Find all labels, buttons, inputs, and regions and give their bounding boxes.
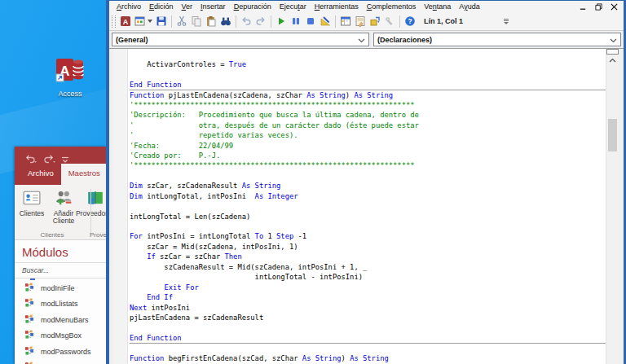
menu-ejecutar[interactable]: Ejecutar	[276, 2, 311, 11]
menu-herramientas[interactable]: Herramientas	[311, 2, 363, 11]
object-combo[interactable]: (General)	[112, 33, 369, 46]
project-explorer-icon[interactable]	[339, 15, 352, 28]
redo-icon[interactable]	[254, 15, 267, 28]
code-editor[interactable]: ActivarControles = True End FunctionFunc…	[128, 49, 606, 364]
object-combo-value: (General)	[116, 36, 148, 44]
toolbar-overflow-handle[interactable]	[504, 19, 509, 24]
restore-icon[interactable]	[595, 3, 602, 11]
scrollbar-thumb[interactable]	[608, 119, 617, 151]
code-line: intLongTotal - intPosIni)	[130, 272, 606, 282]
module-list-item[interactable]: modMsgBox	[15, 328, 106, 344]
object-browser-icon[interactable]	[368, 15, 381, 28]
menu-insertar[interactable]: Insertar	[196, 2, 230, 11]
toolbox-icon[interactable]	[383, 15, 396, 28]
vbe-window: ArchivoEdiciónVerInsertarDepuraciónEjecu…	[106, 0, 626, 364]
properties-window-icon[interactable]	[354, 15, 367, 28]
code-line: Exit For	[130, 283, 606, 292]
undo-icon[interactable]	[24, 152, 37, 162]
vbe-toolbar: A?Lín 1, Col 1	[109, 12, 624, 31]
module-name: modIniFile	[41, 284, 75, 292]
mdi-window-controls	[580, 3, 624, 11]
menu-ver[interactable]: Ver	[178, 2, 197, 11]
scroll-up-arrow[interactable]	[606, 55, 619, 66]
module-icon	[24, 314, 34, 326]
module-name: modMsgBox	[41, 331, 82, 340]
menu-edición[interactable]: Edición	[145, 2, 178, 11]
nav-pane-search-input[interactable]: Buscar...	[15, 263, 106, 278]
help-icon[interactable]: ?	[403, 15, 417, 28]
code-line: If szCar = szChar Then	[130, 252, 606, 261]
code-line: End Function	[130, 333, 606, 343]
access-desktop-shortcut[interactable]: A Access	[47, 58, 93, 98]
copy-icon[interactable]	[190, 15, 203, 28]
nav-pane-title[interactable]: Módulos	[15, 240, 106, 263]
ribbon-group-label-clientes: Clientes	[15, 231, 90, 239]
toolbar-grip[interactable]	[112, 15, 116, 28]
module-list-item[interactable]: modLlistats	[15, 296, 106, 313]
cut-icon[interactable]	[175, 15, 188, 28]
partial-module-icon-sliver	[30, 278, 35, 280]
minimize-icon[interactable]	[580, 3, 587, 11]
ribbon-button-proveedores[interactable]: Proveedores	[81, 189, 106, 226]
procedure-combo-value: (Declaraciones)	[377, 36, 432, 44]
code-line: intLongTotal = Len(szCadena)	[130, 212, 606, 221]
save-icon[interactable]	[155, 15, 168, 28]
chevron-down-icon	[610, 37, 617, 45]
tab-archivo[interactable]: Archivo	[20, 164, 61, 185]
code-line: Next intPosIni	[130, 303, 606, 313]
undo-icon[interactable]	[240, 15, 253, 28]
ribbon-button-label: Añadir Cliente	[49, 210, 78, 226]
toolbar-separator	[335, 15, 336, 28]
code-window-header: (General) (Declaraciones)	[109, 31, 624, 48]
customize-qat-icon[interactable]	[61, 152, 74, 162]
module-list-item[interactable]: modMenuBars	[15, 312, 106, 328]
close-icon[interactable]	[611, 3, 618, 11]
code-line: End Function	[130, 80, 606, 90]
design-mode-icon[interactable]	[319, 15, 332, 28]
cursor-position-indicator: Lín 1, Col 1	[424, 17, 463, 25]
toolbar-separator	[399, 15, 400, 28]
menu-ventana[interactable]: Ventana	[420, 2, 455, 11]
code-line: 'Descripción: Procedimiento que busca la…	[130, 110, 606, 120]
menu-complementos[interactable]: Complementos	[363, 2, 421, 11]
module-list-item[interactable]: modIniFile	[15, 280, 106, 296]
ribbon-button-clientes[interactable]: Clientes	[17, 189, 46, 226]
code-line: '***************************************…	[130, 160, 606, 170]
margin-indicator-bar[interactable]	[113, 49, 128, 364]
code-line: ' repetido varias veces).	[130, 130, 606, 140]
module-icon	[24, 298, 34, 309]
toolbar-separator	[236, 15, 236, 28]
menu-ayuda[interactable]: Ayuda	[455, 2, 483, 11]
run-icon[interactable]	[275, 15, 288, 28]
menu-archivo[interactable]: Archivo	[112, 2, 145, 11]
insert-dropdown-arrow-icon[interactable]	[148, 20, 152, 23]
module-icon	[24, 283, 34, 294]
module-icon	[24, 330, 34, 341]
code-line: 'Fecha: 22/04/99	[130, 141, 606, 151]
module-name: modLlistats	[41, 300, 78, 308]
module-list-item[interactable]: modPasswords	[15, 344, 106, 360]
redo-icon[interactable]	[42, 152, 55, 162]
reset-icon[interactable]	[304, 15, 317, 28]
ribbon-tabs: ArchivoMaestros	[15, 164, 106, 185]
tab-maestros[interactable]: Maestros	[61, 164, 106, 185]
paste-icon[interactable]	[205, 15, 218, 28]
module-list-item-partial[interactable]	[15, 360, 106, 364]
break-icon[interactable]	[289, 15, 302, 28]
ribbon-group-label-proveedores: Proveedores	[90, 231, 106, 239]
chevron-down-icon	[358, 37, 365, 45]
navigation-pane: Módulos Buscar... modIniFilemodLlistatsm…	[15, 240, 106, 364]
vertical-scrollbar[interactable]	[606, 49, 619, 364]
ribbon-button-anadir-cliente[interactable]: Añadir Cliente	[49, 189, 78, 226]
find-icon[interactable]	[219, 15, 232, 28]
code-line: For intPosIni = intLongTotal To 1 Step -…	[130, 231, 606, 241]
access-shortcut-icon: A	[55, 73, 85, 87]
view-access-icon[interactable]: A	[119, 15, 132, 28]
menu-depuración[interactable]: Depuración	[230, 2, 276, 11]
insert-module-icon[interactable]	[134, 15, 147, 28]
toolbar-separator	[271, 15, 271, 28]
procedure-combo[interactable]: (Declaraciones)	[373, 33, 621, 46]
split-handle[interactable]	[606, 49, 619, 55]
code-line: 'Creado por: P.-J.	[130, 151, 606, 160]
module-icon	[24, 346, 34, 357]
